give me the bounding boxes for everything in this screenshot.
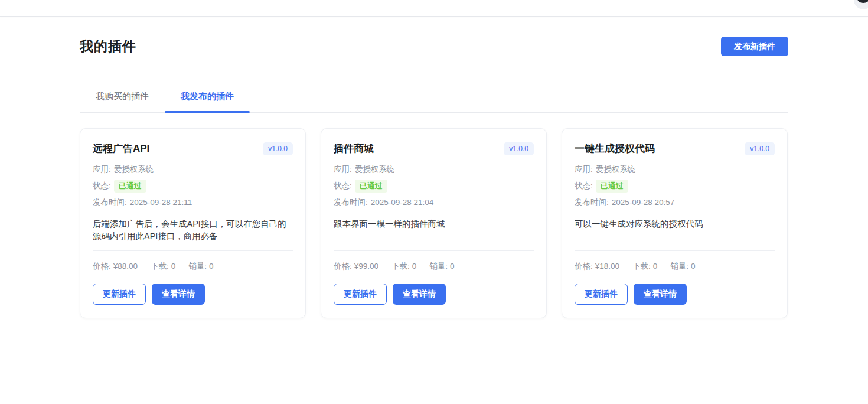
- plugin-description: 跟本界面一模一样的插件商城: [334, 218, 534, 243]
- update-plugin-button[interactable]: 更新插件: [575, 284, 628, 305]
- plugin-publish-time-line: 发布时间: 2025-09-28 21:11: [93, 198, 293, 207]
- price-value: ¥88.00: [113, 262, 138, 271]
- price-stat: 价格:¥18.00: [575, 261, 619, 272]
- plugin-name: 远程广告API: [93, 142, 149, 155]
- plugin-card: 远程广告API v1.0.0 应用: 爱授权系统 状态: 已通过 发布时间: 2…: [80, 128, 306, 318]
- app-value: 爱授权系统: [596, 165, 636, 174]
- tab-bar: 我购买的插件 我发布的插件: [80, 89, 788, 113]
- app-label: 应用:: [334, 165, 352, 174]
- price-value: ¥99.00: [354, 262, 378, 271]
- plugin-card: 一键生成授权代码 v1.0.0 应用: 爱授权系统 状态: 已通过 发布时间: …: [562, 128, 788, 318]
- plugin-publish-time-line: 发布时间: 2025-09-28 21:04: [334, 198, 534, 207]
- card-divider: [93, 250, 293, 251]
- app-label: 应用:: [93, 165, 111, 174]
- view-details-button[interactable]: 查看详情: [634, 284, 687, 305]
- version-badge: v1.0.0: [263, 142, 293, 155]
- downloads-value: 0: [412, 262, 417, 271]
- status-label: 状态:: [334, 181, 352, 191]
- plugin-description: 可以一键生成对应系统的授权代码: [575, 218, 775, 243]
- publish-time-label: 发布时间:: [575, 198, 609, 207]
- update-plugin-button[interactable]: 更新插件: [334, 284, 387, 305]
- app-label: 应用:: [575, 165, 593, 174]
- status-badge: 已通过: [114, 180, 146, 193]
- tab-purchased-plugins[interactable]: 我购买的插件: [80, 89, 165, 112]
- plugin-status-line: 状态: 已通过: [575, 180, 775, 193]
- status-badge: 已通过: [355, 180, 387, 193]
- app-value: 爱授权系统: [114, 165, 154, 174]
- plugin-status-line: 状态: 已通过: [334, 180, 534, 193]
- plugin-card-grid: 远程广告API v1.0.0 应用: 爱授权系统 状态: 已通过 发布时间: 2…: [80, 128, 788, 318]
- plugin-name: 一键生成授权代码: [575, 142, 655, 155]
- plugin-app-line: 应用: 爱授权系统: [334, 165, 534, 174]
- main-content: 我的插件 发布新插件 我购买的插件 我发布的插件 远程广告API v1.0.0 …: [80, 0, 788, 318]
- publish-time-value: 2025-09-28 20:57: [612, 198, 675, 207]
- downloads-value: 0: [171, 262, 176, 271]
- price-value: ¥18.00: [595, 262, 619, 271]
- sales-value: 0: [209, 262, 214, 271]
- plugin-app-line: 应用: 爱授权系统: [575, 165, 775, 174]
- plugin-publish-time-line: 发布时间: 2025-09-28 20:57: [575, 198, 775, 207]
- sales-value: 0: [691, 262, 696, 271]
- price-stat: 价格:¥88.00: [93, 261, 138, 272]
- publish-time-value: 2025-09-28 21:04: [371, 198, 434, 207]
- view-details-button[interactable]: 查看详情: [152, 284, 205, 305]
- plugin-stats: 价格:¥99.00 下载:0 销量:0: [334, 261, 534, 272]
- price-stat: 价格:¥99.00: [334, 261, 378, 272]
- publish-plugin-button[interactable]: 发布新插件: [721, 37, 788, 56]
- card-divider: [575, 250, 775, 251]
- version-badge: v1.0.0: [745, 142, 775, 155]
- sales-stat: 销量:0: [429, 261, 454, 272]
- card-divider: [334, 250, 534, 251]
- sales-stat: 销量:0: [188, 261, 213, 272]
- downloads-stat: 下载:0: [632, 261, 657, 272]
- plugin-card: 插件商城 v1.0.0 应用: 爱授权系统 状态: 已通过 发布时间: 2025…: [321, 128, 547, 318]
- page-header: 我的插件 发布新插件: [80, 37, 788, 67]
- page-title: 我的插件: [80, 37, 136, 56]
- view-details-button[interactable]: 查看详情: [393, 284, 446, 305]
- downloads-stat: 下载:0: [391, 261, 416, 272]
- status-badge: 已通过: [596, 180, 628, 193]
- plugin-name: 插件商城: [334, 142, 374, 155]
- downloads-stat: 下载:0: [151, 261, 175, 272]
- update-plugin-button[interactable]: 更新插件: [93, 284, 146, 305]
- sales-stat: 销量:0: [670, 261, 695, 272]
- plugin-description: 后端添加广告后，会生成API接口，可以在您自己的源码内引用此API接口，商用必备: [93, 218, 293, 243]
- publish-time-value: 2025-09-28 21:11: [130, 198, 192, 207]
- plugin-app-line: 应用: 爱授权系统: [93, 165, 293, 174]
- publish-time-label: 发布时间:: [334, 198, 368, 207]
- version-badge: v1.0.0: [504, 142, 534, 155]
- plugin-stats: 价格:¥18.00 下载:0 销量:0: [575, 261, 775, 272]
- plugin-stats: 价格:¥88.00 下载:0 销量:0: [93, 261, 293, 272]
- downloads-value: 0: [653, 262, 658, 271]
- status-label: 状态:: [93, 181, 111, 191]
- status-label: 状态:: [575, 181, 593, 191]
- top-navbar: [0, 0, 868, 17]
- tab-published-plugins[interactable]: 我发布的插件: [165, 89, 250, 112]
- publish-time-label: 发布时间:: [93, 198, 127, 207]
- plugin-status-line: 状态: 已通过: [93, 180, 293, 193]
- sales-value: 0: [450, 262, 455, 271]
- app-value: 爱授权系统: [355, 165, 395, 174]
